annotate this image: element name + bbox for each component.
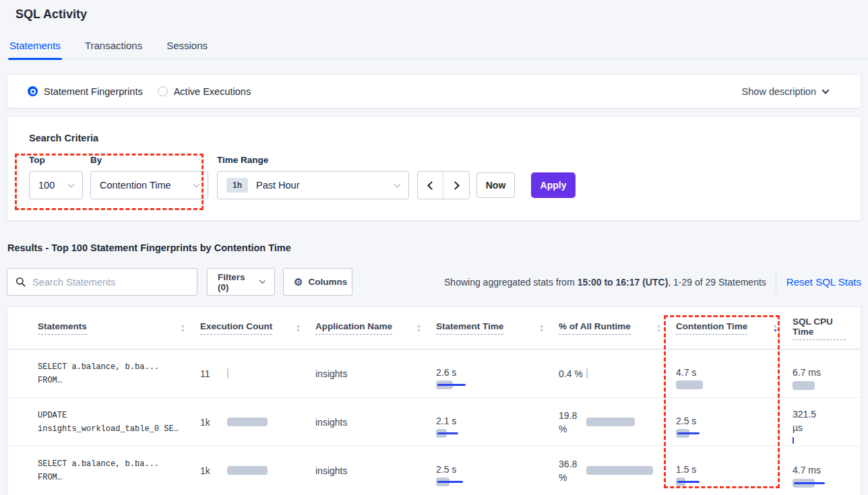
execution-count-bar xyxy=(227,466,298,475)
results-toolbar: Filters (0) ⚙ Columns Showing aggregated… xyxy=(7,268,861,296)
tab-sessions[interactable]: Sessions xyxy=(165,38,209,59)
time-range-value: Past Hour xyxy=(256,180,299,191)
top-label: Top xyxy=(29,155,45,165)
search-statements-box xyxy=(7,268,197,296)
radio-label: Active Executions xyxy=(174,86,251,97)
sort-icon[interactable]: ▲▼ xyxy=(539,324,544,333)
next-interval-button[interactable] xyxy=(443,172,469,199)
columns-button[interactable]: ⚙ Columns xyxy=(283,268,352,296)
by-select-value: Contention Time xyxy=(100,180,171,191)
reset-sql-stats-link[interactable]: Reset SQL Stats xyxy=(776,272,861,292)
filters-label: Filters (0) xyxy=(218,272,255,292)
application-name-cell: insights xyxy=(315,417,436,428)
view-mode-bar: Statement Fingerprints Active Executions… xyxy=(7,74,861,108)
now-button[interactable]: Now xyxy=(476,172,515,198)
toolbar-right: Showing aggregated stats from 15:00 to 1… xyxy=(444,268,861,296)
sql-activity-page: SQL Activity Statements Transactions Ses… xyxy=(0,0,868,495)
filters-button[interactable]: Filters (0) xyxy=(207,268,275,296)
chevron-down-icon xyxy=(822,86,829,94)
runtime-pct-bar xyxy=(586,418,657,427)
header-runtime-pct[interactable]: % of All Runtime ▲▼ xyxy=(559,321,676,335)
gear-icon: ⚙ xyxy=(294,276,303,288)
header-contention-time[interactable]: Contention Time ▲▼ xyxy=(676,321,793,335)
chevron-down-icon xyxy=(68,180,75,187)
header-application-name[interactable]: Application Name ▲▼ xyxy=(315,321,436,335)
radio-active-executions[interactable]: Active Executions xyxy=(158,86,251,97)
radio-label: Statement Fingerprints xyxy=(44,86,143,97)
tab-bar: Statements Transactions Sessions xyxy=(7,38,868,59)
sort-icon[interactable]: ▲▼ xyxy=(181,324,185,333)
statement-time-cell: 2.6 s xyxy=(436,367,559,381)
time-range-badge: 1h xyxy=(226,178,248,193)
execution-count-cell: 1k xyxy=(200,465,315,476)
sql-cpu-time-cell: 6.7 ms xyxy=(793,366,861,381)
execution-count-bar xyxy=(227,418,298,427)
sql-cpu-time-cell: 321.5 µs xyxy=(793,407,861,436)
sort-icon[interactable]: ▲▼ xyxy=(773,324,778,333)
by-select[interactable]: Contention Time xyxy=(90,171,208,199)
table-row: SELECT a.balance, b.ba... FROM… 11 insig… xyxy=(7,350,861,398)
page-title: SQL Activity xyxy=(16,7,87,22)
apply-button[interactable]: Apply xyxy=(531,172,576,198)
top-select-value: 100 xyxy=(38,180,55,191)
search-criteria-heading: Search Criteria xyxy=(29,133,98,143)
table-row: UPDATE insights_workload_table_0 SE… 1k … xyxy=(7,398,861,447)
contention-time-cell: 1.5 s xyxy=(676,464,793,477)
header-statements[interactable]: Statements ▲▼ xyxy=(31,321,200,335)
tab-transactions[interactable]: Transactions xyxy=(84,38,144,59)
execution-count-cell: 1k xyxy=(200,417,315,428)
sort-icon[interactable]: ▲▼ xyxy=(416,324,421,333)
chevron-down-icon xyxy=(259,277,265,284)
contention-time-cell: 2.5 s xyxy=(676,416,793,429)
table-header-row: Statements ▲▼ Execution Count ▲▼ Applica… xyxy=(7,307,861,350)
time-range-select[interactable]: 1h Past Hour xyxy=(217,171,409,199)
runtime-pct-bar xyxy=(586,466,657,475)
runtime-pct-cell: 19.8 % xyxy=(559,409,676,436)
header-sql-cpu-time[interactable]: SQL CPU Time xyxy=(793,317,861,340)
runtime-pct-cell: 36.8 % xyxy=(559,457,676,484)
statement-fingerprint-link[interactable]: UPDATE insights_workload_table_0 SE… xyxy=(31,409,200,436)
sort-icon[interactable]: ▲▼ xyxy=(296,324,301,333)
contention-time-cell: 4.7 s xyxy=(676,367,793,381)
runtime-pct-bar xyxy=(586,369,657,378)
by-label: By xyxy=(90,155,102,165)
radio-button-icon[interactable] xyxy=(158,86,168,96)
columns-label: Columns xyxy=(308,277,347,287)
top-select[interactable]: 100 xyxy=(29,171,83,199)
table-row: SELECT a.balance, b.ba... FROM… 1k insig… xyxy=(7,447,861,495)
show-description-toggle[interactable]: Show description xyxy=(742,86,840,97)
radio-button-icon[interactable] xyxy=(28,86,38,96)
header-execution-count[interactable]: Execution Count ▲▼ xyxy=(200,321,315,335)
results-heading: Results - Top 100 Statement Fingerprints… xyxy=(7,242,291,253)
radio-statement-fingerprints[interactable]: Statement Fingerprints xyxy=(28,86,143,97)
chevron-left-icon xyxy=(427,181,436,190)
show-description-label: Show description xyxy=(742,86,816,97)
statement-fingerprint-link[interactable]: SELECT a.balance, b.ba... FROM… xyxy=(31,457,200,484)
tab-statements[interactable]: Statements xyxy=(8,38,62,59)
chevron-right-icon xyxy=(451,181,460,190)
time-shift-controls xyxy=(417,171,470,199)
header-statement-time[interactable]: Statement Time ▲▼ xyxy=(436,321,559,335)
aggregated-stats-text: Showing aggregated stats from 15:00 to 1… xyxy=(444,277,766,288)
application-name-cell: insights xyxy=(315,465,436,476)
execution-count-cell: 11 xyxy=(200,368,315,379)
chevron-down-icon xyxy=(193,180,200,187)
previous-interval-button[interactable] xyxy=(418,172,443,199)
statement-time-cell: 2.1 s xyxy=(436,416,559,429)
execution-count-bar xyxy=(227,369,298,378)
search-icon xyxy=(16,277,26,287)
application-name-cell: insights xyxy=(315,368,436,379)
chevron-down-icon xyxy=(394,180,401,187)
sort-icon[interactable]: ▲▼ xyxy=(656,324,661,333)
search-criteria-panel: Search Criteria Top 100 By Contention Ti… xyxy=(7,116,861,221)
statement-fingerprint-link[interactable]: SELECT a.balance, b.ba... FROM… xyxy=(31,360,200,387)
search-statements-input[interactable] xyxy=(32,277,189,288)
sql-cpu-time-cell: 4.7 ms xyxy=(793,463,861,479)
time-range-label: Time Range xyxy=(217,155,268,165)
statements-table: Statements ▲▼ Execution Count ▲▼ Applica… xyxy=(7,306,861,495)
statement-time-cell: 2.5 s xyxy=(436,464,559,477)
runtime-pct-cell: 0.4 % xyxy=(559,367,676,381)
